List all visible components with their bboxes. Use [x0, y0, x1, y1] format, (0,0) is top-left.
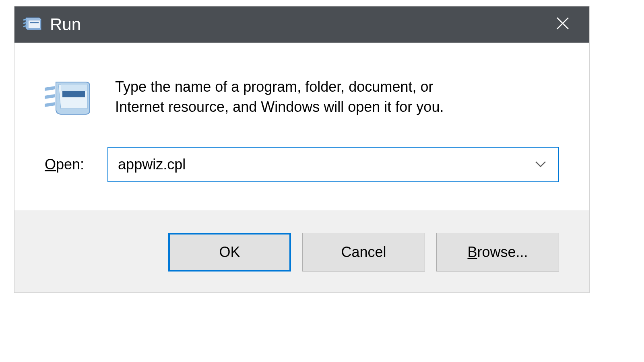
open-combobox[interactable]: [107, 147, 559, 182]
titlebar-left: Run: [23, 15, 81, 34]
browse-button[interactable]: Browse...: [436, 233, 559, 272]
ok-button[interactable]: OK: [168, 233, 291, 272]
run-icon: [45, 79, 93, 121]
browse-button-label: Browse...: [467, 244, 528, 261]
open-label: Open:: [45, 156, 84, 173]
cancel-button[interactable]: Cancel: [302, 233, 425, 272]
open-input[interactable]: [108, 148, 535, 181]
info-row: Type the name of a program, folder, docu…: [45, 77, 559, 121]
close-icon: [555, 14, 570, 34]
cancel-button-label: Cancel: [341, 244, 386, 261]
run-dialog: Run: [14, 6, 590, 293]
description-text: Type the name of a program, folder, docu…: [115, 77, 477, 117]
dialog-content: Type the name of a program, folder, docu…: [14, 43, 589, 210]
svg-rect-0: [28, 20, 40, 28]
svg-rect-1: [30, 22, 39, 23]
window-title: Run: [50, 15, 81, 34]
svg-rect-2: [62, 91, 85, 97]
open-input-row: Open:: [45, 147, 559, 182]
close-button[interactable]: [548, 10, 577, 39]
titlebar[interactable]: Run: [14, 6, 589, 43]
ok-button-label: OK: [219, 244, 240, 261]
button-bar: OK Cancel Browse...: [14, 210, 589, 292]
chevron-down-icon[interactable]: [535, 161, 558, 168]
run-icon: [23, 15, 42, 34]
